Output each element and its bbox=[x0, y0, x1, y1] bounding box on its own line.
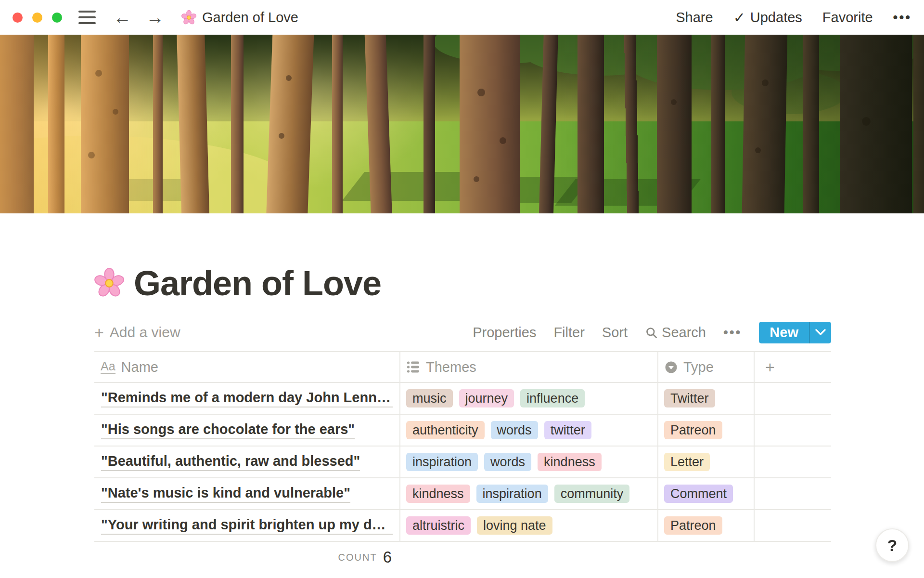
add-column-button[interactable]: + bbox=[754, 352, 831, 382]
cover-image bbox=[0, 35, 924, 213]
theme-tag: community bbox=[554, 485, 630, 503]
theme-tag: music bbox=[406, 389, 453, 407]
table-row: "His songs are chocolate for the ears" a… bbox=[94, 415, 831, 447]
theme-tag: altruistric bbox=[406, 516, 471, 535]
type-cell[interactable]: Patreon bbox=[657, 415, 754, 446]
theme-tag: kindness bbox=[538, 453, 602, 471]
table-row: "Beautiful, authentic, raw and blessed" … bbox=[94, 447, 831, 478]
back-arrow-icon[interactable]: ← bbox=[113, 8, 131, 26]
properties-button[interactable]: Properties bbox=[473, 325, 536, 341]
name-cell[interactable]: "Beautiful, authentic, raw and blessed" bbox=[94, 447, 399, 477]
themes-cell[interactable]: kindness inspiration community bbox=[399, 478, 657, 509]
empty-cell[interactable] bbox=[754, 510, 831, 541]
forward-arrow-icon[interactable]: → bbox=[146, 8, 164, 26]
page-icon-cherry-blossom[interactable] bbox=[94, 268, 124, 298]
minimize-window-button[interactable] bbox=[32, 13, 42, 23]
search-button[interactable]: Search bbox=[645, 325, 706, 341]
theme-tag: inspiration bbox=[476, 485, 548, 503]
column-header-themes[interactable]: Themes bbox=[399, 352, 657, 382]
empty-cell[interactable] bbox=[754, 383, 831, 414]
count-label: COUNT bbox=[338, 552, 377, 563]
name-cell[interactable]: "Nate's music is kind and vulnerable" bbox=[94, 478, 399, 509]
empty-cell[interactable] bbox=[754, 447, 831, 477]
sidebar-menu-icon[interactable] bbox=[78, 11, 96, 24]
add-view-button[interactable]: + Add a view bbox=[94, 323, 180, 342]
close-window-button[interactable] bbox=[13, 13, 23, 23]
column-header-type[interactable]: Type bbox=[657, 352, 754, 382]
empty-cell[interactable] bbox=[754, 478, 831, 509]
column-header-name[interactable]: Aa Name bbox=[94, 352, 399, 382]
theme-tag: journey bbox=[459, 389, 514, 407]
name-cell[interactable]: "Reminds me of a modern day John Lennon" bbox=[94, 383, 399, 414]
row-title-link[interactable]: "Nate's music is kind and vulnerable" bbox=[101, 485, 350, 503]
database-table: Aa Name Themes Type + bbox=[94, 351, 831, 573]
themes-cell[interactable]: inspiration words kindness bbox=[399, 447, 657, 477]
page-header: Garden of Love bbox=[94, 263, 924, 303]
row-title-link[interactable]: "Beautiful, authentic, raw and blessed" bbox=[101, 453, 360, 471]
new-button[interactable]: New bbox=[759, 322, 809, 343]
breadcrumb-page-title: Garden of Love bbox=[202, 10, 298, 26]
table-row: "Your writing and spirit brighten up my … bbox=[94, 510, 831, 542]
table-footer-row: COUNT 6 bbox=[94, 542, 831, 573]
title-property-icon: Aa bbox=[101, 360, 116, 374]
question-mark-icon: ? bbox=[887, 536, 898, 555]
empty-cell[interactable] bbox=[754, 415, 831, 446]
theme-tag: twitter bbox=[544, 421, 591, 439]
type-tag: Twitter bbox=[664, 389, 715, 407]
share-button[interactable]: Share bbox=[676, 10, 713, 26]
chevron-down-icon bbox=[815, 329, 826, 336]
multiselect-list-icon bbox=[407, 361, 420, 373]
view-more-options-icon[interactable]: ••• bbox=[723, 325, 742, 340]
check-icon: ✓ bbox=[733, 9, 745, 26]
window-topbar: ← → Garden of Love Share ✓ Updates Favor… bbox=[0, 0, 924, 35]
theme-tag: authenticity bbox=[406, 421, 485, 439]
row-title-link[interactable]: "Your writing and spirit brighten up my … bbox=[101, 517, 393, 535]
theme-tag: kindness bbox=[406, 485, 470, 503]
type-cell[interactable]: Comment bbox=[657, 478, 754, 509]
themes-cell[interactable]: music journey influence bbox=[399, 383, 657, 414]
count-calculation[interactable]: COUNT 6 bbox=[94, 542, 399, 573]
sort-button[interactable]: Sort bbox=[602, 325, 628, 341]
type-tag: Patreon bbox=[664, 516, 722, 535]
plus-icon: + bbox=[94, 323, 104, 342]
favorite-button[interactable]: Favorite bbox=[822, 10, 873, 26]
updates-button[interactable]: ✓ Updates bbox=[733, 9, 802, 26]
theme-tag: words bbox=[484, 453, 531, 471]
help-button[interactable]: ? bbox=[875, 528, 909, 562]
type-tag: Comment bbox=[664, 485, 733, 503]
view-toolbar: + Add a view Properties Filter Sort Sear… bbox=[94, 321, 831, 343]
row-title-link[interactable]: "Reminds me of a modern day John Lennon" bbox=[101, 390, 393, 407]
topbar-actions: Share ✓ Updates Favorite ••• bbox=[676, 9, 911, 26]
theme-tag: influence bbox=[520, 389, 585, 407]
page-title[interactable]: Garden of Love bbox=[134, 263, 381, 303]
count-value: 6 bbox=[383, 548, 392, 566]
traffic-lights bbox=[13, 13, 62, 23]
new-dropdown-button[interactable] bbox=[809, 322, 831, 343]
type-cell[interactable]: Patreon bbox=[657, 510, 754, 541]
cherry-blossom-icon bbox=[181, 10, 196, 25]
type-cell[interactable]: Letter bbox=[657, 447, 754, 477]
type-cell[interactable]: Twitter bbox=[657, 383, 754, 414]
type-tag: Patreon bbox=[664, 421, 722, 439]
filter-button[interactable]: Filter bbox=[553, 325, 584, 341]
new-button-group[interactable]: New bbox=[759, 322, 831, 343]
table-row: "Reminds me of a modern day John Lennon"… bbox=[94, 383, 831, 415]
theme-tag: words bbox=[491, 421, 538, 439]
zoom-window-button[interactable] bbox=[52, 13, 62, 23]
type-tag: Letter bbox=[664, 453, 710, 471]
themes-cell[interactable]: altruistric loving nate bbox=[399, 510, 657, 541]
search-icon bbox=[645, 326, 658, 339]
breadcrumb[interactable]: Garden of Love bbox=[181, 10, 298, 26]
theme-tag: loving nate bbox=[477, 516, 552, 535]
table-row: "Nate's music is kind and vulnerable" ki… bbox=[94, 478, 831, 510]
themes-cell[interactable]: authenticity words twitter bbox=[399, 415, 657, 446]
table-header-row: Aa Name Themes Type + bbox=[94, 351, 831, 383]
name-cell[interactable]: "Your writing and spirit brighten up my … bbox=[94, 510, 399, 541]
theme-tag: inspiration bbox=[406, 453, 478, 471]
row-title-link[interactable]: "His songs are chocolate for the ears" bbox=[101, 421, 355, 439]
select-property-icon bbox=[665, 361, 678, 374]
more-options-icon[interactable]: ••• bbox=[893, 10, 911, 25]
name-cell[interactable]: "His songs are chocolate for the ears" bbox=[94, 415, 399, 446]
